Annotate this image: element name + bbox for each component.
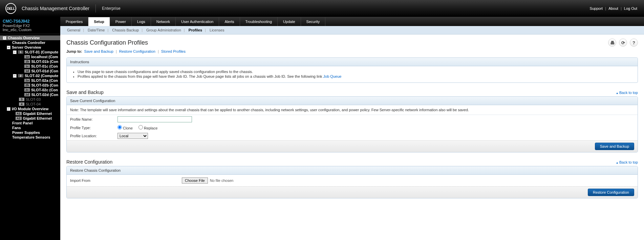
sidebar: CMC-7S6J942 PowerEdge FX2 lmc_e6c, Custo… <box>0 17 60 240</box>
tree-power-supplies[interactable]: Power Supplies <box>0 130 60 135</box>
back-to-top-link[interactable]: Back to top <box>616 91 638 95</box>
jump-restore[interactable]: Restore Configuration <box>119 49 155 53</box>
save-backup-panel-header: Save Current Configuration <box>67 97 638 105</box>
tree-slot-01a[interactable]: 1a localhost (Com <box>0 54 60 59</box>
subtab-licenses[interactable]: Licenses <box>207 28 227 32</box>
save-backup-title: Save and Backup <box>66 90 104 95</box>
sidebar-header: CMC-7S6J942 PowerEdge FX2 lmc_e6c, Custo… <box>0 17 60 34</box>
main-tabs: Properties Setup Power Logs Network User… <box>60 17 644 26</box>
profile-type-clone[interactable]: Clone <box>117 126 133 130</box>
help-icon[interactable]: ? <box>630 39 638 47</box>
tree-io-overview[interactable]: − I/O Module Overview <box>0 106 60 111</box>
jump-to-row: Jump to: Save and Backup | Restore Confi… <box>66 49 638 53</box>
choose-file-button[interactable]: Choose File <box>182 177 208 184</box>
subtab-profiles[interactable]: Profiles <box>186 28 205 32</box>
collapse-icon[interactable]: − <box>13 74 17 78</box>
tree-slot-03[interactable]: 3 SLOT-03 <box>0 97 60 102</box>
tree-server-overview[interactable]: − Server Overview <box>0 45 60 50</box>
tree-slot-02a[interactable]: 2a SLOT-02a (Con <box>0 78 60 83</box>
tab-user-auth[interactable]: User Authentication <box>176 17 219 26</box>
tree-chassis-overview[interactable]: − Chassis Overview <box>0 35 60 40</box>
tab-power[interactable]: Power <box>110 17 132 26</box>
app-title: Chassis Management Controller <box>22 6 89 11</box>
tree-io-a1[interactable]: A1 Gigabit Ethernet <box>0 111 60 116</box>
header-links: Support | About | Log Out <box>588 6 639 10</box>
replace-radio[interactable] <box>138 125 143 129</box>
tree-slot-02b[interactable]: 2b SLOT-02b (Con <box>0 83 60 88</box>
profile-type-replace[interactable]: Replace <box>138 126 157 130</box>
subtab-datetime[interactable]: Date/Time <box>85 28 107 32</box>
tab-properties[interactable]: Properties <box>60 17 88 26</box>
tree-slot-02d[interactable]: 2d SLOT-02d (Con <box>0 92 60 97</box>
restore-panel-header: Restore Chassis Configuration <box>67 166 638 175</box>
tab-setup[interactable]: Setup <box>88 17 110 26</box>
save-backup-panel: Save Current Configuration Note: The tem… <box>66 96 638 152</box>
profile-type-label: Profile Type: <box>70 126 117 130</box>
print-icon[interactable]: 🖶 <box>608 39 616 47</box>
header-divider <box>95 4 96 13</box>
restore-button[interactable]: Restore Configuration <box>588 189 634 196</box>
profile-name-input[interactable] <box>117 116 192 122</box>
instructions-panel: Instructions Use this page to save chass… <box>66 57 638 83</box>
import-from-label: Import From <box>70 178 182 183</box>
profile-name-label: Profile Name: <box>70 117 117 121</box>
tree-chassis-controller[interactable]: Chassis Controller <box>0 40 60 45</box>
save-backup-note: Note: The template will save information… <box>67 105 638 115</box>
tree-temp-sensors[interactable]: Temperature Sensors <box>0 135 60 140</box>
device-name: CMC-7S6J942 <box>3 19 58 24</box>
content-area: Properties Setup Power Logs Network User… <box>60 17 644 240</box>
job-queue-link[interactable]: Job Queue <box>323 74 342 78</box>
back-to-top-link-2[interactable]: Back to top <box>616 160 638 164</box>
tab-network[interactable]: Network <box>151 17 176 26</box>
device-model: PowerEdge FX2 <box>3 24 58 28</box>
app-subtitle: Enterprise <box>102 6 121 11</box>
dell-logo: DELL <box>5 3 16 14</box>
collapse-icon[interactable]: − <box>7 46 10 49</box>
instruction-line-1: Use this page to save chassis configurat… <box>78 70 633 74</box>
tree-slot-01[interactable]: − 1 SLOT-01 (Compute <box>0 50 60 54</box>
tree-slot-02[interactable]: − 2 SLOT-02 (Compute <box>0 73 60 78</box>
tab-security[interactable]: Security <box>301 17 326 26</box>
tab-troubleshooting[interactable]: Troubleshooting <box>240 17 278 26</box>
subtab-general[interactable]: General <box>64 28 83 32</box>
tree-fans[interactable]: Fans <box>0 125 60 130</box>
restore-panel: Restore Chassis Configuration Import Fro… <box>66 166 638 198</box>
file-status: No file chosen <box>210 178 234 183</box>
subtab-chassis-backup[interactable]: Chassis Backup <box>109 28 142 32</box>
page-title: Chassis Configuration Profiles <box>66 39 148 46</box>
device-extra: lmc_e6c, Custom <box>3 28 58 32</box>
clone-radio[interactable] <box>117 125 122 129</box>
support-link[interactable]: Support <box>590 6 603 10</box>
tree-slot-01b[interactable]: 1b SLOT-01b (Con <box>0 59 60 64</box>
instructions-header: Instructions <box>67 58 638 66</box>
logout-link[interactable]: Log Out <box>624 6 637 10</box>
collapse-icon[interactable]: − <box>3 36 6 40</box>
tree-io-a2[interactable]: A2 Gigabit Ethernet <box>0 116 60 121</box>
about-link[interactable]: About <box>608 6 618 10</box>
nav-tree: − Chassis Overview Chassis Controller − … <box>0 34 60 141</box>
subtab-group-admin[interactable]: Group Administration <box>144 28 184 32</box>
tree-slot-02c[interactable]: 2c SLOT-02c (Con <box>0 88 60 92</box>
instruction-line-2: Profiles applied to the chassis from thi… <box>78 74 633 78</box>
tree-slot-01d[interactable]: 1d SLOT-01d (Con <box>0 69 60 73</box>
jump-save-backup[interactable]: Save and Backup <box>84 49 113 53</box>
save-backup-button[interactable]: Save and Backup <box>595 143 634 150</box>
tab-update[interactable]: Update <box>278 17 301 26</box>
restore-title: Restore Configuration <box>66 159 112 165</box>
tab-alerts[interactable]: Alerts <box>219 17 240 26</box>
sub-tabs: General| Date/Time| Chassis Backup| Grou… <box>60 26 644 34</box>
tab-logs[interactable]: Logs <box>132 17 151 26</box>
tree-front-panel[interactable]: Front Panel <box>0 121 60 125</box>
app-header: DELL Chassis Management Controller Enter… <box>0 0 644 17</box>
jump-stored[interactable]: Stored Profiles <box>161 49 186 53</box>
tree-slot-01c[interactable]: 1c SLOT-01c (Con <box>0 64 60 69</box>
collapse-icon[interactable]: − <box>13 50 17 54</box>
collapse-icon[interactable]: − <box>7 107 10 111</box>
jump-label: Jump to: <box>66 49 82 53</box>
profile-location-label: Profile Location: <box>70 134 117 138</box>
refresh-icon[interactable]: ⟳ <box>619 39 627 47</box>
profile-location-select[interactable]: Local <box>117 133 148 139</box>
tree-slot-04[interactable]: 4 SLOT-04 <box>0 102 60 106</box>
